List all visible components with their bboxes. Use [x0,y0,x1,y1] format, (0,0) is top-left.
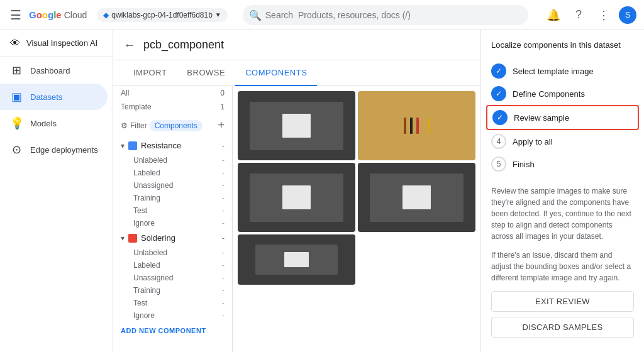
all-label: All [121,89,129,97]
logo-g-blue2: g [48,9,53,20]
logo-g-red: o [36,9,42,20]
list-item: Training - [133,284,232,297]
filter-row: ⚙ Filter Components + [113,114,232,137]
template-row: Template 1 [113,100,232,114]
step-define-components: ✓ Define Components [491,82,634,105]
nav-app-header: 👁 Visual Inspection AI [0,30,113,57]
component-soldering-header[interactable]: ▾ Soldering - [113,229,232,246]
sub-value: - [222,248,225,257]
sub-label: Training [133,286,160,295]
sub-label: Ignore [133,311,155,320]
image-placeholder-3 [238,163,355,232]
project-chip[interactable]: ◆ qwiklabs-gcp-04-1df0eff6d81b ▼ [97,8,227,22]
image-cell-5[interactable] [238,234,355,285]
datasets-icon: ▣ [10,90,23,104]
sub-value: - [222,168,225,177]
sub-label: Unlabeled [133,156,167,165]
checkmark-icon: ✓ [496,89,502,98]
band-3 [416,118,419,134]
sub-value: - [222,219,225,228]
step-apply-all: 4 Apply to all [491,130,634,153]
list-item: Unassigned - [133,179,232,192]
list-item: Test - [133,297,232,309]
project-diamond-icon: ◆ [103,11,109,19]
image-placeholder-2 [358,91,475,160]
list-item: Test - [133,204,232,217]
component-resistance: ▾ Resistance - Unlabeled - Labeled - [113,137,232,229]
sub-value: - [222,273,225,282]
step-circle-4: 4 [491,134,506,149]
sidebar-item-label: Dashboard [30,66,70,75]
back-button[interactable]: ← [123,38,136,52]
notifications-icon[interactable]: 🔔 [543,5,564,25]
list-item: Unlabeled - [133,246,232,259]
step-circle-2: ✓ [491,86,506,101]
sidebar-item-models[interactable]: 💡 Models [0,110,113,136]
sub-label: Labeled [133,261,160,270]
exit-review-button[interactable]: EXIT REVIEW [491,291,634,312]
template-count: 1 [220,102,225,111]
resistor-bands-visual [404,118,430,134]
avatar[interactable]: S [619,6,636,24]
right-panel: Localize components in this dataset ✓ Se… [480,30,644,352]
edge-icon: ⊙ [10,143,23,157]
menu-icon[interactable]: ☰ [8,5,24,25]
tab-import[interactable]: IMPORT [123,60,177,86]
sidebar-item-label: Edge deployments [30,145,98,155]
add-filter-button[interactable]: + [218,119,225,132]
step-review-sample: ✓ Review sample [486,105,639,130]
band-1 [404,118,406,134]
main-content: ← pcb_component IMPORT BROWSE COMPONENTS… [113,30,480,352]
logo-g-red2: e [56,9,61,20]
template-label: Template [121,102,152,111]
image-cell-2[interactable] [358,91,475,160]
all-count: 0 [220,89,225,97]
step-circle-1: ✓ [491,63,506,79]
image-placeholder-1 [238,91,355,160]
sub-label: Training [133,194,160,202]
list-item: Unlabeled - [133,154,232,167]
soldering-sub-items: Unlabeled - Labeled - Unassigned - Train… [113,246,232,322]
left-panel: All 0 Template 1 ⚙ Filter Components + ▾ [113,86,233,352]
tab-components[interactable]: COMPONENTS [235,60,317,86]
list-item: Unassigned - [133,272,232,284]
discard-samples-button[interactable]: DISCARD SAMPLES [491,317,634,338]
tab-browse[interactable]: BROWSE [177,60,235,86]
image-cell-1[interactable] [238,91,355,160]
sidebar-item-label: Models [30,119,57,128]
right-panel-title: Localize components in this dataset [491,40,634,50]
image-cell-4[interactable] [358,163,475,232]
sidebar-item-edge[interactable]: ⊙ Edge deployments [0,136,113,163]
soldering-swatch [128,234,137,243]
app-icon: 👁 [10,38,20,49]
sub-label: Ignore [133,219,155,228]
right-panel-desc-1: Review the sample images to make sure th… [491,185,634,242]
logo-g-yellow: o [42,9,48,20]
topbar-actions: 🔔 ? ⋮ S [543,5,636,25]
content-area: All 0 Template 1 ⚙ Filter Components + ▾ [113,86,480,352]
filter-tag[interactable]: Components [150,120,203,131]
image-grid [233,86,480,352]
nav-app-title: Visual Inspection AI [26,38,97,48]
step-label-5: Finish [513,160,535,169]
filter-icon: ⚙ [121,121,128,130]
more-options-icon[interactable]: ⋮ [594,5,614,25]
step-circle-3: ✓ [492,110,508,125]
component-resistance-header[interactable]: ▾ Resistance - [113,137,232,154]
sidebar-item-datasets[interactable]: ▣ Datasets [0,84,108,110]
logo-g-blue: G [29,9,36,20]
step-label-3: Review sample [514,113,569,123]
sub-value: - [222,156,225,165]
image-cell-3[interactable] [238,163,355,232]
page-header: ← pcb_component [113,30,480,60]
component-chip-1 [282,114,311,138]
sub-label: Unassigned [133,181,173,190]
component-chip-3 [282,185,311,210]
list-item: Ignore - [133,309,232,322]
right-panel-desc-2: If there's an issue, discard them and ad… [491,250,634,283]
sidebar-item-dashboard[interactable]: ⊞ Dashboard [0,57,113,84]
help-icon[interactable]: ? [569,5,589,25]
add-new-component-button[interactable]: ADD NEW COMPONENT [113,322,232,339]
search-input[interactable] [243,5,528,25]
resistance-sub-items: Unlabeled - Labeled - Unassigned - Train… [113,154,232,229]
